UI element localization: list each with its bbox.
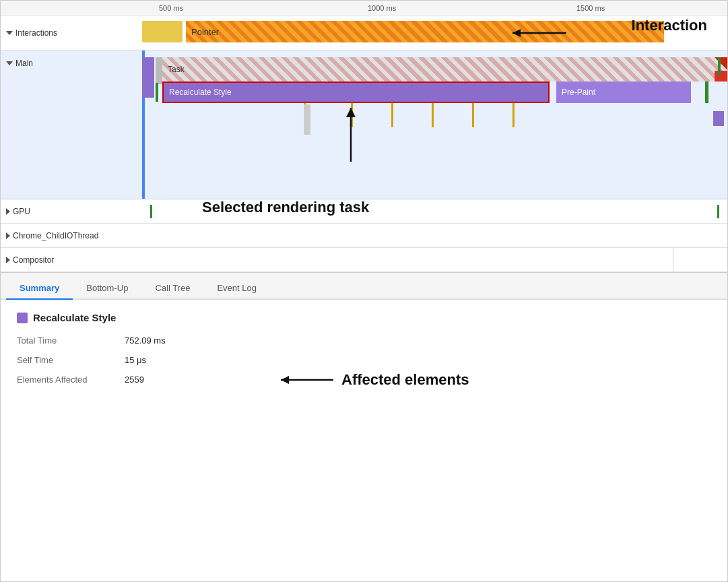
gpu-label-text: GPU: [13, 207, 30, 216]
tab-call-tree[interactable]: Call Tree: [141, 278, 203, 300]
task-label-text: Task: [168, 65, 185, 74]
main-content: Task Recalculate Style Pre-Paint: [142, 51, 727, 199]
small-green-left: [156, 83, 158, 102]
compositor-row: Compositor: [1, 248, 727, 272]
gpu-label[interactable]: GPU: [1, 207, 142, 216]
summary-title: Recalculate Style: [17, 312, 711, 323]
time-label-1500: 1500 ms: [576, 4, 605, 12]
recalc-color-swatch: [17, 313, 28, 323]
gpu-green-tick-1: [150, 205, 152, 218]
affected-annotation-text: Affected elements: [341, 371, 469, 389]
main-label-text: Main: [15, 59, 33, 68]
small-purple-left: [142, 57, 154, 98]
total-time-label: Total Time: [17, 335, 125, 346]
interaction-annotation: Interaction: [632, 17, 707, 34]
svg-marker-1: [512, 29, 521, 37]
tab-event-log[interactable]: Event Log: [203, 278, 270, 300]
task-bar-red-block: [715, 71, 727, 82]
childio-expand-icon[interactable]: [6, 232, 10, 239]
timeline-panel: 500 ms 1000 ms 1500 ms Interactions Poin…: [1, 1, 727, 273]
time-ruler: 500 ms 1000 ms 1500 ms: [1, 1, 727, 15]
elements-value: 2559: [125, 375, 144, 385]
childio-label[interactable]: Chrome_ChildIOThread: [1, 231, 142, 240]
task-bar-red-corner: [715, 57, 727, 71]
interaction-arrow: [499, 18, 580, 48]
affected-annotation: Affected elements: [273, 370, 469, 390]
compositor-content: [142, 248, 727, 271]
yellow-tick-6: [512, 103, 515, 127]
small-gray-2: [304, 104, 310, 135]
summary-title-text: Recalculate Style: [33, 312, 116, 323]
pointer-label-text: Pointer: [191, 27, 219, 37]
compositor-divider: [673, 248, 673, 271]
self-time-value: 15 μs: [125, 355, 146, 365]
tab-bottom-up[interactable]: Bottom-Up: [73, 278, 141, 300]
pointer-bar[interactable]: Pointer: [186, 21, 664, 42]
elements-label: Elements Affected: [17, 375, 125, 385]
childio-content: [142, 224, 727, 247]
small-green-right: [718, 57, 721, 76]
total-time-value: 752.09 ms: [125, 335, 166, 346]
interactions-collapse-icon[interactable]: [6, 31, 13, 35]
recalculate-style-bar[interactable]: Recalculate Style: [162, 82, 550, 103]
interactions-label-text: Interactions: [15, 28, 57, 38]
childio-row: Chrome_ChildIOThread: [1, 224, 727, 248]
tabs-bar: Summary Bottom-Up Call Tree Event Log: [1, 273, 727, 300]
rendering-annotation: Selected rendering task: [202, 199, 369, 216]
recalc-arrow: [341, 101, 361, 162]
small-purple-right: [713, 111, 724, 126]
summary-panel: Recalculate Style Total Time 752.09 ms S…: [1, 300, 727, 397]
gpu-green-tick-2: [717, 205, 719, 218]
time-label-1000: 1000 ms: [368, 4, 396, 12]
prepaint-label-text: Pre-Paint: [562, 88, 595, 97]
time-label-500: 500 ms: [159, 4, 183, 12]
small-green-right-2: [705, 82, 708, 103]
yellow-tick-5: [472, 103, 474, 127]
gpu-expand-icon[interactable]: [6, 208, 10, 215]
interactions-label[interactable]: Interactions: [1, 28, 142, 38]
compositor-expand-icon[interactable]: [6, 257, 10, 263]
main-row: Main Task Recalculate Style Pre-Paint: [1, 51, 727, 199]
yellow-tick-3: [391, 103, 393, 127]
compositor-label-text: Compositor: [13, 255, 54, 265]
tab-summary[interactable]: Summary: [6, 278, 73, 300]
self-time-row: Self Time 15 μs: [17, 355, 711, 365]
pointer-yellow-block: [142, 21, 183, 42]
svg-marker-3: [346, 108, 356, 117]
interactions-row: Interactions Pointer Interaction: [1, 15, 727, 51]
compositor-label[interactable]: Compositor: [1, 255, 142, 265]
main-label[interactable]: Main: [1, 51, 142, 68]
main-collapse-icon[interactable]: [6, 61, 13, 65]
elements-affected-row: Elements Affected 2559 Affected elements: [17, 375, 711, 385]
childio-label-text: Chrome_ChildIOThread: [13, 231, 98, 240]
prepaint-bar[interactable]: Pre-Paint: [556, 82, 691, 103]
svg-marker-5: [281, 376, 289, 384]
yellow-tick-4: [432, 103, 434, 127]
total-time-row: Total Time 752.09 ms: [17, 335, 711, 346]
self-time-label: Self Time: [17, 355, 125, 365]
recalc-label-text: Recalculate Style: [169, 88, 232, 97]
affected-arrow: [273, 370, 333, 390]
task-bar[interactable]: Task: [162, 57, 727, 82]
